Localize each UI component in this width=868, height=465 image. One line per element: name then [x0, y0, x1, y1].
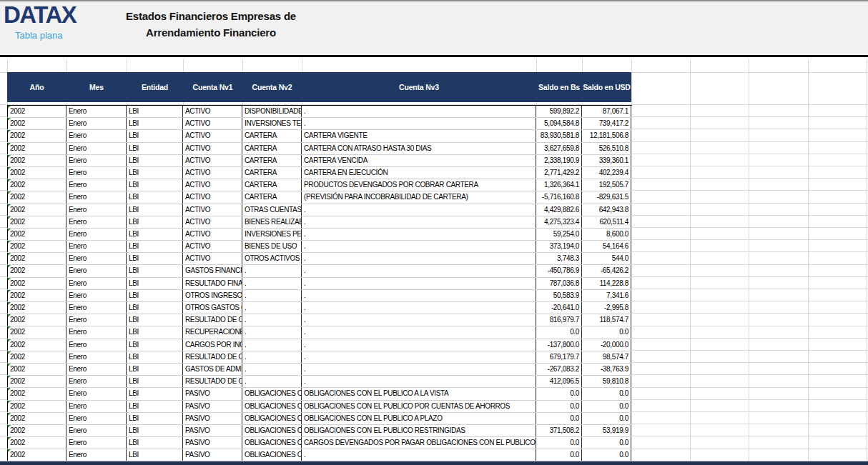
- cell-ano[interactable]: 2002: [7, 167, 66, 179]
- cell-cuenta-nv1[interactable]: OTROS INGRESOS O: [183, 290, 242, 301]
- cell-ano[interactable]: 2002: [7, 155, 66, 166]
- cell-saldo-bs[interactable]: 4,429,882.6: [536, 204, 582, 216]
- cell-mes[interactable]: Enero: [66, 130, 127, 141]
- cell-cuenta-nv2[interactable]: OTRAS CUENTAS PO: [242, 204, 302, 216]
- cell-entidad[interactable]: LBI: [127, 413, 183, 424]
- cell-ano[interactable]: 2002: [7, 351, 66, 363]
- cell-saldo-bs[interactable]: 1,326,364.1: [536, 179, 582, 191]
- cell-mes[interactable]: Enero: [66, 216, 127, 228]
- cell-ano[interactable]: 2002: [7, 290, 66, 301]
- cell-entidad[interactable]: LBI: [127, 118, 183, 129]
- cell-cuenta-nv3[interactable]: .: [302, 106, 536, 117]
- cell-saldo-bs[interactable]: 2,338,190.9: [536, 155, 582, 166]
- cell-mes[interactable]: Enero: [66, 118, 127, 129]
- cell-cuenta-nv3[interactable]: .: [302, 265, 536, 276]
- cell-entidad[interactable]: LBI: [127, 253, 183, 264]
- cell-entidad[interactable]: LBI: [127, 364, 183, 375]
- cell-saldo-bs[interactable]: 2,771,429.2: [536, 167, 582, 179]
- cell-saldo-usd[interactable]: 98,574.7: [582, 351, 631, 363]
- cell-mes[interactable]: Enero: [66, 241, 127, 252]
- cell-ano[interactable]: 2002: [7, 265, 66, 276]
- cell-cuenta-nv1[interactable]: ACTIVO: [183, 229, 242, 240]
- column-header-cuenta-nv3[interactable]: Cuenta Nv3: [302, 83, 536, 91]
- cell-cuenta-nv2[interactable]: CARTERA: [242, 130, 302, 141]
- cell-cuenta-nv3[interactable]: .: [302, 314, 536, 326]
- cell-ano[interactable]: 2002: [7, 364, 66, 375]
- cell-cuenta-nv1[interactable]: ACTIVO: [183, 118, 242, 129]
- cell-entidad[interactable]: LBI: [127, 290, 183, 301]
- cell-mes[interactable]: Enero: [66, 388, 127, 399]
- cell-cuenta-nv3[interactable]: .: [302, 449, 536, 461]
- cell-cuenta-nv2[interactable]: .: [242, 376, 302, 387]
- cell-ano[interactable]: 2002: [7, 191, 66, 203]
- cell-ano[interactable]: 2002: [7, 143, 66, 154]
- cell-saldo-usd[interactable]: 739,417.2: [582, 118, 631, 129]
- cell-ano[interactable]: 2002: [7, 253, 66, 264]
- cell-saldo-bs[interactable]: -267,083.2: [536, 364, 582, 375]
- cell-cuenta-nv1[interactable]: ACTIVO: [183, 155, 242, 166]
- cell-ano[interactable]: 2002: [7, 204, 66, 216]
- cell-cuenta-nv1[interactable]: ACTIVO: [183, 253, 242, 264]
- cell-saldo-bs[interactable]: 679,179.7: [536, 351, 582, 363]
- cell-cuenta-nv2[interactable]: .: [242, 364, 302, 375]
- cell-entidad[interactable]: LBI: [127, 229, 183, 240]
- cell-cuenta-nv3[interactable]: .: [302, 204, 536, 216]
- cell-ano[interactable]: 2002: [7, 229, 66, 240]
- cell-saldo-bs[interactable]: 3,627,659.8: [536, 143, 582, 154]
- cell-mes[interactable]: Enero: [66, 351, 127, 363]
- cell-saldo-usd[interactable]: 114,228.8: [582, 278, 631, 289]
- cell-entidad[interactable]: LBI: [127, 204, 183, 216]
- cell-cuenta-nv1[interactable]: ACTIVO: [183, 106, 242, 117]
- cell-cuenta-nv1[interactable]: CARGOS POR INCO: [183, 339, 242, 351]
- cell-saldo-bs[interactable]: 0.0: [536, 413, 582, 424]
- cell-saldo-usd[interactable]: 54,164.6: [582, 241, 631, 252]
- cell-cuenta-nv3[interactable]: OBLIGACIONES CON EL PUBLICO RESTRINGIDAS: [302, 425, 536, 436]
- cell-cuenta-nv1[interactable]: ACTIVO: [183, 167, 242, 179]
- cell-mes[interactable]: Enero: [66, 364, 127, 375]
- cell-entidad[interactable]: LBI: [127, 143, 183, 154]
- cell-cuenta-nv1[interactable]: RESULTADO DE OPE: [183, 314, 242, 326]
- cell-cuenta-nv3[interactable]: .: [302, 216, 536, 228]
- cell-entidad[interactable]: LBI: [127, 449, 183, 461]
- cell-cuenta-nv2[interactable]: OBLIGACIONES CO: [242, 413, 302, 424]
- cell-cuenta-nv3[interactable]: .: [302, 278, 536, 289]
- cell-entidad[interactable]: LBI: [127, 179, 183, 191]
- cell-saldo-bs[interactable]: 3,748.3: [536, 253, 582, 264]
- cell-mes[interactable]: Enero: [66, 449, 127, 461]
- cell-cuenta-nv1[interactable]: PASIVO: [183, 413, 242, 424]
- cell-cuenta-nv3[interactable]: OBLIGACIONES CON EL PUBLICO A PLAZO: [302, 413, 536, 424]
- cell-saldo-usd[interactable]: -38,763.9: [582, 364, 631, 375]
- cell-entidad[interactable]: LBI: [127, 401, 183, 412]
- cell-entidad[interactable]: LBI: [127, 351, 183, 363]
- cell-cuenta-nv3[interactable]: .: [302, 364, 536, 375]
- cell-entidad[interactable]: LBI: [127, 326, 183, 338]
- cell-entidad[interactable]: LBI: [127, 191, 183, 203]
- cell-mes[interactable]: Enero: [66, 339, 127, 351]
- cell-cuenta-nv1[interactable]: ACTIVO: [183, 241, 242, 252]
- cell-ano[interactable]: 2002: [7, 449, 66, 461]
- cell-saldo-usd[interactable]: 642,943.8: [582, 204, 631, 216]
- cell-cuenta-nv1[interactable]: ACTIVO: [183, 204, 242, 216]
- cell-cuenta-nv1[interactable]: ACTIVO: [183, 191, 242, 203]
- cell-cuenta-nv1[interactable]: PASIVO: [183, 437, 242, 449]
- cell-entidad[interactable]: LBI: [127, 167, 183, 179]
- cell-saldo-usd[interactable]: 339,360.1: [582, 155, 631, 166]
- cell-mes[interactable]: Enero: [66, 278, 127, 289]
- cell-mes[interactable]: Enero: [66, 401, 127, 412]
- cell-mes[interactable]: Enero: [66, 106, 127, 117]
- cell-saldo-usd[interactable]: -20,000.0: [582, 339, 631, 351]
- column-header-cuenta-nv2[interactable]: Cuenta Nv2: [242, 83, 302, 91]
- cell-cuenta-nv3[interactable]: CARTERA VIGENTE: [302, 130, 536, 141]
- cell-cuenta-nv3[interactable]: PRODUCTOS DEVENGADOS POR COBRAR CARTERA: [302, 179, 536, 191]
- cell-saldo-usd[interactable]: 0.0: [582, 413, 631, 424]
- cell-saldo-usd[interactable]: 0.0: [582, 449, 631, 461]
- cell-ano[interactable]: 2002: [7, 130, 66, 141]
- cell-ano[interactable]: 2002: [7, 118, 66, 129]
- cell-cuenta-nv3[interactable]: .: [302, 339, 536, 351]
- cell-saldo-bs[interactable]: -137,800.0: [536, 339, 582, 351]
- cell-saldo-bs[interactable]: 816,979.7: [536, 314, 582, 326]
- cell-saldo-bs[interactable]: -450,786.9: [536, 265, 582, 276]
- cell-cuenta-nv2[interactable]: .: [242, 339, 302, 351]
- cell-mes[interactable]: Enero: [66, 191, 127, 203]
- cell-saldo-usd[interactable]: -829,631.5: [582, 191, 631, 203]
